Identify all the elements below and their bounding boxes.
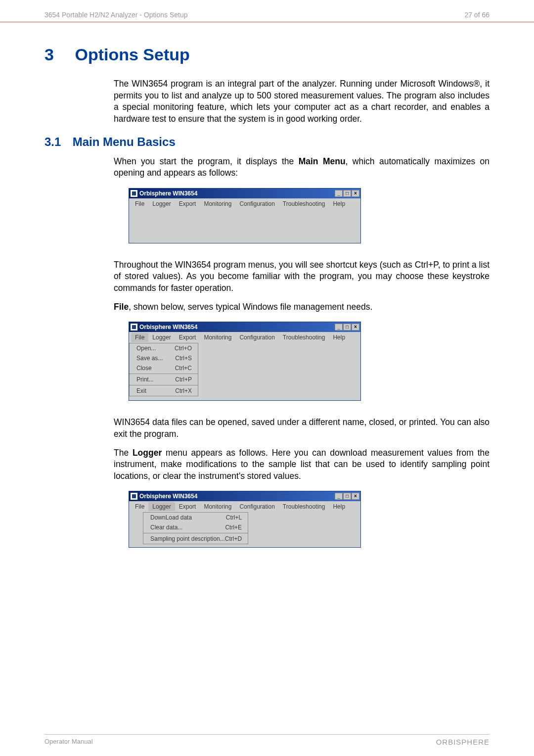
section-title-text: Main Menu Basics <box>73 135 176 148</box>
menu-item-print[interactable]: Print... Ctrl+P <box>130 375 198 384</box>
maximize-button[interactable]: □ <box>343 493 351 500</box>
menu-export[interactable]: Export <box>175 333 200 342</box>
footer-left: Operator Manual <box>44 738 93 746</box>
minimize-button[interactable]: _ <box>335 190 343 197</box>
footer-brand: ORBISPHERE <box>436 738 490 746</box>
section-number: 3.1 <box>44 135 69 149</box>
minimize-button[interactable]: _ <box>335 493 343 500</box>
app-icon <box>131 324 137 331</box>
page-number: 27 of 66 <box>464 11 490 19</box>
menu-separator <box>143 533 248 533</box>
menu-separator <box>130 385 198 385</box>
logger-paragraph: The Logger menu appears as follows. Here… <box>114 447 490 482</box>
menu-item-open[interactable]: Open... Ctrl+O <box>130 343 198 353</box>
file-term: File <box>114 302 129 312</box>
menu-file[interactable]: File <box>131 199 148 208</box>
window-file-menu: Orbisphere WIN3654 _ □ × File Logger Exp… <box>129 322 361 401</box>
minimize-button[interactable]: _ <box>335 324 343 331</box>
menu-export[interactable]: Export <box>175 502 200 511</box>
menu-file[interactable]: File <box>131 502 148 511</box>
chapter-heading: 3 Options Setup <box>44 45 490 64</box>
menu-item-exit[interactable]: Exit Ctrl+X <box>130 386 198 396</box>
logger-dropdown: DownLoad data Ctrl+L Clear data... Ctrl+… <box>143 512 248 544</box>
menu-help[interactable]: Help <box>329 502 349 511</box>
section-heading: 3.1 Main Menu Basics <box>44 135 490 149</box>
shortcut-paragraph: Throughout the WIN3654 program menus, yo… <box>114 259 490 294</box>
menubar: File Logger Export Monitoring Configurat… <box>129 332 360 343</box>
menu-item-clear-data[interactable]: Clear data... Ctrl+E <box>143 522 248 532</box>
menu-separator <box>130 374 198 374</box>
chapter-number: 3 <box>44 45 70 64</box>
menu-monitoring[interactable]: Monitoring <box>200 333 235 342</box>
menu-file[interactable]: File <box>131 333 148 342</box>
menu-item-close[interactable]: Close Ctrl+C <box>130 363 198 373</box>
window-titlebar[interactable]: Orbisphere WIN3654 _ □ × <box>129 189 360 198</box>
window-main-menu: Orbisphere WIN3654 _ □ × File Logger Exp… <box>129 188 361 243</box>
menu-configuration[interactable]: Configuration <box>235 502 278 511</box>
window-body: DownLoad data Ctrl+L Clear data... Ctrl+… <box>129 512 360 547</box>
menu-item-save-as[interactable]: Save as... Ctrl+S <box>130 353 198 363</box>
close-button[interactable]: × <box>352 324 359 331</box>
page-header: 3654 Portable H2/N2 Analyzer - Options S… <box>0 0 534 22</box>
intro-paragraph: The WIN3654 program is an integral part … <box>114 78 490 125</box>
window-titlebar[interactable]: Orbisphere WIN3654 _ □ × <box>129 491 360 501</box>
menubar: File Logger Export Monitoring Configurat… <box>129 501 360 512</box>
menu-logger[interactable]: Logger <box>148 199 175 208</box>
maximize-button[interactable]: □ <box>343 190 351 197</box>
window-title: Orbisphere WIN3654 <box>139 324 335 331</box>
window-title: Orbisphere WIN3654 <box>139 493 335 500</box>
app-icon <box>131 190 137 197</box>
window-body: Open... Ctrl+O Save as... Ctrl+S Close C… <box>129 343 360 400</box>
menu-troubleshooting[interactable]: Troubleshooting <box>279 502 329 511</box>
menu-item-download-data[interactable]: DownLoad data Ctrl+L <box>143 513 248 522</box>
menu-configuration[interactable]: Configuration <box>235 333 278 342</box>
menu-troubleshooting[interactable]: Troubleshooting <box>279 333 329 342</box>
menu-configuration[interactable]: Configuration <box>235 199 278 208</box>
menu-help[interactable]: Help <box>329 333 349 342</box>
file-dropdown: Open... Ctrl+O Save as... Ctrl+S Close C… <box>129 343 198 396</box>
close-button[interactable]: × <box>352 190 359 197</box>
menubar: File Logger Export Monitoring Configurat… <box>129 198 360 209</box>
doc-title: 3654 Portable H2/N2 Analyzer - Options S… <box>44 11 188 19</box>
maximize-button[interactable]: □ <box>343 324 351 331</box>
menu-export[interactable]: Export <box>175 199 200 208</box>
window-titlebar[interactable]: Orbisphere WIN3654 _ □ × <box>129 322 360 332</box>
chapter-title-text: Options Setup <box>75 45 189 64</box>
menu-monitoring[interactable]: Monitoring <box>200 199 235 208</box>
window-body <box>129 209 360 243</box>
main-menu-intro: When you start the program, it displays … <box>114 156 490 179</box>
app-icon <box>131 493 137 500</box>
window-title: Orbisphere WIN3654 <box>139 190 335 197</box>
logger-term: Logger <box>133 448 162 458</box>
menu-logger[interactable]: Logger <box>148 333 175 342</box>
files-paragraph: WIN3654 data files can be opened, saved … <box>114 417 490 440</box>
menu-monitoring[interactable]: Monitoring <box>200 502 235 511</box>
menu-troubleshooting[interactable]: Troubleshooting <box>279 199 329 208</box>
close-button[interactable]: × <box>352 493 359 500</box>
main-menu-term: Main Menu <box>299 156 346 166</box>
menu-item-sampling-point[interactable]: Sampling point description... Ctrl+D <box>143 534 248 544</box>
page-footer: Operator Manual ORBISPHERE <box>44 734 490 746</box>
window-logger-menu: Orbisphere WIN3654 _ □ × File Logger Exp… <box>129 491 361 548</box>
file-paragraph: File, shown below, serves typical Window… <box>114 301 490 313</box>
menu-logger[interactable]: Logger <box>148 502 175 511</box>
menu-help[interactable]: Help <box>329 199 349 208</box>
